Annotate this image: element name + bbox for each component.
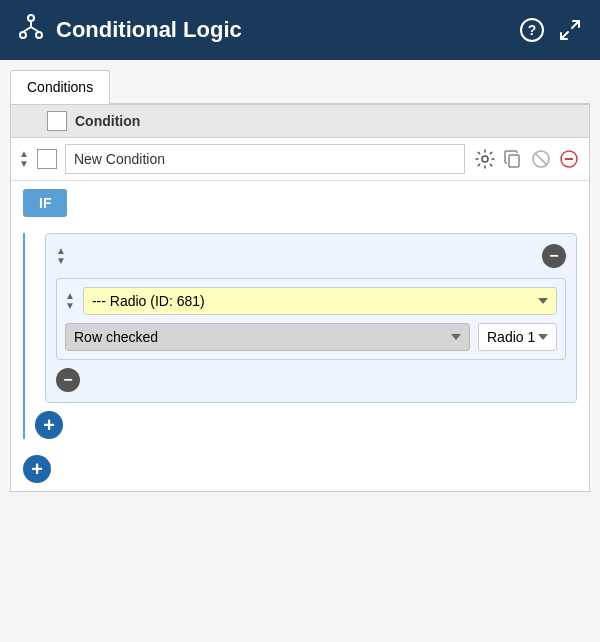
condition-row-top: ▲ ▼ --- Radio (ID: 681) (65, 287, 557, 315)
condition-name-input[interactable] (65, 144, 465, 174)
svg-point-2 (36, 32, 42, 38)
tab-conditions[interactable]: Conditions (10, 70, 110, 104)
main-content: Conditions Condition ▲ ▼ (0, 60, 600, 642)
svg-line-13 (535, 153, 547, 165)
block-sort-handle[interactable]: ▲ ▼ (56, 246, 66, 266)
svg-line-9 (561, 32, 568, 39)
condition-row-bottom: Row checked Radio 1 (65, 323, 557, 351)
add-row-container: + (35, 411, 577, 439)
operator-select[interactable]: Row checked (65, 323, 470, 351)
svg-point-10 (482, 156, 488, 162)
expand-button[interactable] (558, 18, 582, 42)
header-title: Conditional Logic (56, 17, 242, 43)
table-header: Condition (11, 105, 589, 138)
help-button[interactable]: ? (520, 18, 544, 42)
value-select[interactable]: Radio 1 (478, 323, 557, 351)
remove-block-button[interactable]: − (542, 244, 566, 268)
remove-row-button[interactable]: − (56, 368, 80, 392)
row-checkbox[interactable] (37, 149, 57, 169)
conditions-table: Condition ▲ ▼ (10, 104, 590, 492)
settings-button[interactable] (473, 147, 497, 171)
row-sort-handle[interactable]: ▲ ▼ (65, 291, 75, 311)
condition-row: ▲ ▼ --- Radio (ID: 681) Row checked (56, 278, 566, 360)
sort-handle[interactable]: ▲ ▼ (19, 149, 29, 169)
svg-line-8 (572, 21, 579, 28)
header: Conditional Logic ? (0, 0, 600, 60)
svg-point-1 (20, 32, 26, 38)
condition-wrapper: ▲ ▼ − ▲ ▼ (11, 233, 589, 447)
svg-line-5 (31, 27, 39, 32)
fork-icon (18, 14, 44, 46)
condition-block: ▲ ▼ − ▲ ▼ (45, 233, 577, 403)
svg-point-0 (28, 15, 34, 21)
vertical-line (23, 233, 25, 439)
header-checkbox[interactable] (47, 111, 67, 131)
field-select[interactable]: --- Radio (ID: 681) (83, 287, 557, 315)
tabs-container: Conditions (10, 70, 590, 104)
column-header-condition: Condition (75, 113, 140, 129)
svg-rect-11 (509, 155, 519, 167)
svg-text:?: ? (528, 22, 537, 38)
condition-block-header: ▲ ▼ − (56, 244, 566, 268)
if-button[interactable]: IF (23, 189, 67, 217)
table-row: ▲ ▼ (11, 138, 589, 181)
disable-button[interactable] (529, 147, 553, 171)
header-right: ? (520, 18, 582, 42)
add-row-button[interactable]: + (35, 411, 63, 439)
logic-section: IF (11, 181, 589, 233)
condition-content: ▲ ▼ − ▲ ▼ (35, 233, 577, 439)
svg-line-4 (23, 27, 31, 32)
add-condition-block-button[interactable]: + (23, 455, 51, 483)
row-actions (473, 147, 581, 171)
header-left: Conditional Logic (18, 14, 242, 46)
remove-condition-button[interactable] (557, 147, 581, 171)
bottom-actions: + (11, 447, 589, 491)
copy-button[interactable] (501, 147, 525, 171)
